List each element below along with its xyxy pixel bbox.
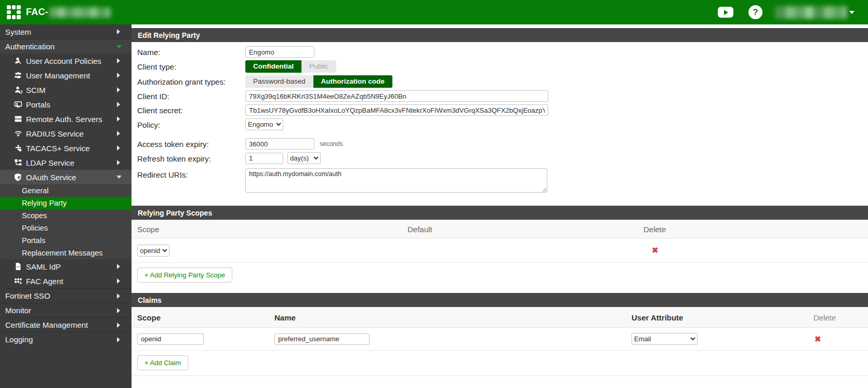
youtube-icon[interactable] [718,7,733,18]
access-token-expiry-label: Access token expiry: [137,139,245,149]
client-type-row: Client type: Confidential Public [131,60,868,73]
user-menu[interactable] [775,6,854,19]
sidebar-item-portals[interactable]: Portals [0,97,131,112]
sidebar-item-remote-auth-servers[interactable]: Remote Auth. Servers [0,112,131,126]
sidebar-item-policies[interactable]: Policies [0,222,131,234]
sidebar-item-radius-service[interactable]: RADIUS Service [0,126,131,141]
redirect-uris-row: Redirect URIs: https://auth.mydomain.com… [131,168,868,193]
scopes-table-header: Scope Default Delete [131,220,868,238]
users-icon [14,71,22,80]
client-secret-row: Client secret: [131,104,868,116]
page-title: Edit Relying Party [131,28,868,42]
sidebar-item-scopes[interactable]: Scopes [0,209,131,222]
chevron-right-icon [117,145,120,151]
grant-types-label: Authorization grant types: [137,77,245,86]
cross-arrows-icon [14,144,22,153]
claim-user-attribute-select[interactable]: Email [632,333,698,345]
sidebar-item-fortinet-sso[interactable]: Fortinet SSO [0,288,131,303]
sidebar-item-monitor[interactable]: Monitor [0,303,131,317]
claims-header-user-attribute: User Attribute [632,313,813,322]
policy-row: Policy: Engomo [131,118,868,130]
sidebar-item-logging[interactable]: Logging [0,332,131,346]
main-content: Edit Relying Party Name: Client type: Co… [131,24,868,388]
sidebar-item-tacacs-service[interactable]: TACACS+ Service [0,141,131,155]
client-type-public-button[interactable]: Public [301,60,336,73]
claim-name-input[interactable] [274,333,370,345]
claims-table-header: Scope Name User Attribute Delete [131,307,868,328]
fortinet-logo-icon [7,5,21,19]
sidebar: System Authentication User Account Polic… [0,24,131,388]
claims-table-row: Email ✖ [131,328,868,351]
chevron-right-icon [117,102,120,107]
add-relying-party-scope-button[interactable]: + Add Relying Party Scope [137,267,232,283]
delete-claim-x-icon[interactable]: ✖ [814,335,821,344]
chevron-right-icon [117,323,120,328]
blurred-username [775,6,847,19]
scope-select[interactable]: openid [137,245,169,257]
sidebar-item-oauth-portals[interactable]: Portals [0,234,131,247]
chevron-right-icon [117,58,120,63]
sidebar-item-ldap-service[interactable]: LDAP Service [0,155,131,170]
app-window: FAC- ? System Authentication User Accoun… [0,0,868,388]
sidebar-item-oauth-service[interactable]: OAuth Service [0,170,131,184]
chevron-right-icon [117,87,120,92]
chevron-right-icon [117,308,120,313]
sidebar-item-user-management[interactable]: User Management [0,68,131,83]
name-label: Name: [137,47,245,57]
redirect-uris-textarea[interactable]: https://auth.mydomain.com/auth [245,168,547,193]
chevron-right-icon [117,160,120,165]
user-wrench-icon [14,57,22,65]
client-type-confidential-button[interactable]: Confidential [245,60,301,73]
delete-scope-x-icon[interactable]: ✖ [652,246,659,255]
sidebar-item-saml-idp[interactable]: SAML IdP [0,259,131,274]
redirect-uris-label: Redirect URIs: [137,168,245,179]
form-footer: Save Cancel [131,376,868,388]
grant-authorization-code-button[interactable]: Authorization code [313,75,392,88]
servers-icon [14,115,22,124]
client-id-row: Client ID: [131,90,868,102]
chevron-right-icon [117,131,120,136]
client-secret-label: Client secret: [137,105,245,115]
policy-select[interactable]: Engomo [245,118,283,130]
scopes-section-title: Relying Party Scopes [131,206,868,220]
brand-text: FAC- [26,7,48,18]
add-claim-button[interactable]: + Add Claim [137,355,188,370]
client-id-input[interactable] [245,90,548,102]
access-token-expiry-row: Access token expiry: seconds [131,138,868,150]
sidebar-item-authentication[interactable]: Authentication [0,39,131,53]
grant-types-segmented: Password-based Authorization code [245,75,392,88]
sidebar-item-user-account-policies[interactable]: User Account Policies [0,53,131,68]
refresh-token-expiry-input[interactable] [245,153,283,164]
sidebar-item-system[interactable]: System [0,24,131,39]
chevron-right-icon [117,29,120,34]
chevron-down-icon [849,11,854,14]
topbar-actions: ? [718,5,854,19]
sidebar-item-scim[interactable]: SCIM [0,83,131,97]
add-scope-row: + Add Relying Party Scope [131,263,868,287]
client-secret-input[interactable] [245,104,548,116]
chevron-right-icon [117,116,120,122]
claims-header-name: Name [274,313,632,322]
relying-party-form: Name: Client type: Confidential Public A… [131,42,868,206]
access-token-expiry-input[interactable] [245,138,314,150]
refresh-token-expiry-label: Refresh token expiry: [137,154,245,163]
chevron-down-icon [116,176,122,179]
sidebar-item-fac-agent[interactable]: FAC Agent [0,274,131,288]
claims-section-title: Claims [131,293,868,307]
name-input[interactable] [245,46,314,58]
help-icon[interactable]: ? [748,5,762,19]
refresh-token-unit-select[interactable]: day(s) [287,152,321,164]
document-icon [14,262,22,271]
grant-types-row: Authorization grant types: Password-base… [131,75,868,88]
claims-header-scope: Scope [131,313,274,322]
chevron-right-icon [117,278,120,284]
sidebar-item-general[interactable]: General [0,184,131,197]
grant-password-based-button[interactable]: Password-based [245,75,313,88]
wifi-icon [14,129,22,138]
scopes-header-default: Default [407,225,643,234]
sidebar-item-relying-party[interactable]: Relying Party [0,197,131,209]
sidebar-item-replacement-messages[interactable]: Replacement Messages [0,247,131,259]
sidebar-item-certificate-management[interactable]: Certificate Management [0,317,131,332]
claim-scope-input[interactable] [137,333,204,345]
blurred-hostname [49,7,111,18]
